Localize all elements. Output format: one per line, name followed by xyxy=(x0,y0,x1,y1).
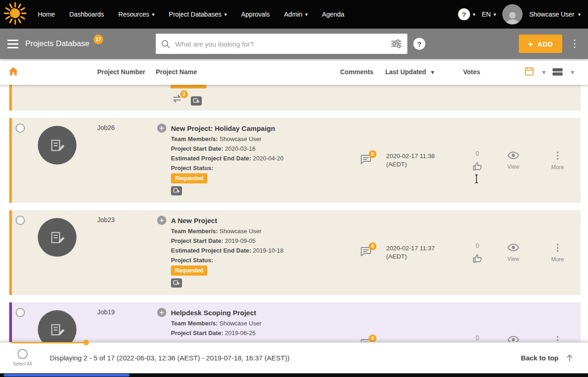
table-row-partial: 2 xyxy=(9,85,581,111)
more-action[interactable]: ⋮ More xyxy=(535,302,581,342)
table-row: Job26 + New Project: Holiday Campaign Te… xyxy=(9,118,581,203)
project-number: Job26 xyxy=(86,118,156,203)
view-action[interactable]: View xyxy=(492,210,535,295)
comments-icon[interactable]: 0 xyxy=(360,338,372,342)
expand-plus-icon[interactable]: + xyxy=(157,308,166,317)
field-value: 2020-03-16 xyxy=(225,145,256,152)
nav-item-project-databases[interactable]: Project Databases▾ xyxy=(169,11,227,18)
select-all[interactable]: Select All xyxy=(13,349,32,366)
page-toolbar: Projects Database 17 ? + ADD ⋮ xyxy=(0,29,588,59)
chevron-down-icon: ▾ xyxy=(152,12,155,17)
expand-plus-icon[interactable]: + xyxy=(157,124,166,133)
field-label: Project Start Date: xyxy=(171,237,223,244)
field-label: Project Status: xyxy=(171,165,213,171)
col-project-name: Project Name xyxy=(156,68,197,76)
chevron-down-icon[interactable]: ▾ xyxy=(542,69,546,75)
eye-icon xyxy=(507,151,519,159)
field-value: Showcase User xyxy=(219,320,261,327)
votes-count: 0 xyxy=(476,150,479,157)
comments-icon[interactable]: 0 xyxy=(360,154,372,167)
project-name[interactable]: New Project: Holiday Campaign xyxy=(171,124,275,132)
search-box xyxy=(156,34,407,54)
calendar-view-icon[interactable] xyxy=(524,66,534,77)
project-avatar xyxy=(38,310,76,342)
project-name[interactable]: Helpdesk Scoping Project xyxy=(171,309,256,317)
project-name[interactable]: A New Project xyxy=(171,217,217,224)
main-menu: Home Dashboards Resources▾ Project Datab… xyxy=(38,11,344,18)
top-navbar: Home Dashboards Resources▾ Project Datab… xyxy=(0,0,588,29)
expand-plus-icon[interactable]: + xyxy=(157,216,166,225)
footer: Select All Displaying 2 - 5 of 17 (2022-… xyxy=(0,342,588,373)
row-checkbox[interactable] xyxy=(16,308,25,317)
add-button[interactable]: + ADD xyxy=(519,35,562,53)
field-label: Project Status: xyxy=(171,257,213,264)
status-badge: Requested xyxy=(171,173,207,183)
field-label: Team Member/s: xyxy=(171,228,218,235)
bottom-scrollbar-thumb[interactable] xyxy=(4,374,129,377)
help-icon: ? xyxy=(458,8,470,20)
view-action[interactable]: View xyxy=(492,302,535,342)
field-value: 2019-10-18 xyxy=(253,247,284,254)
toolbar-more-icon[interactable]: ⋮ xyxy=(567,37,582,51)
field-label: Team Member/s: xyxy=(171,135,218,142)
view-action[interactable]: View xyxy=(492,118,535,203)
kebab-icon: ⋮ xyxy=(553,151,562,160)
help-button[interactable]: ? xyxy=(413,38,425,50)
kebab-icon: ⋮ xyxy=(553,335,562,342)
row-checkbox[interactable] xyxy=(16,124,25,133)
table-row-highlighted: Job19 + Helpdesk Scoping Project Team Me… xyxy=(9,302,581,342)
user-menu[interactable]: Showcase User ▾ xyxy=(529,11,581,18)
app-logo[interactable] xyxy=(0,0,30,29)
language-selector[interactable]: EN ▾ xyxy=(482,11,496,18)
comments-count-badge: 0 xyxy=(369,335,376,342)
col-last-updated[interactable]: Last Updated▼ xyxy=(385,68,435,76)
nav-item-resources[interactable]: Resources▾ xyxy=(118,11,154,18)
field-label: Team Member/s: xyxy=(171,320,218,327)
user-avatar[interactable] xyxy=(502,4,523,24)
page-title: Projects Database xyxy=(25,39,89,48)
chevron-down-icon: ▾ xyxy=(224,12,227,17)
status-badge: Requested xyxy=(171,265,207,276)
home-icon[interactable] xyxy=(8,67,18,77)
status-badge-clipped xyxy=(171,85,206,88)
hamburger-menu-icon[interactable] xyxy=(7,40,18,48)
nav-item-dashboards[interactable]: Dashboards xyxy=(69,11,104,18)
nav-item-approvals[interactable]: Approvals xyxy=(241,11,270,18)
eye-icon xyxy=(507,336,519,342)
pagination-status: Displaying 2 - 5 of 17 (2022-06-03, 12:3… xyxy=(50,354,289,362)
select-all-checkbox[interactable] xyxy=(18,349,28,359)
field-value: Showcase User xyxy=(219,228,261,235)
search-input[interactable] xyxy=(174,40,387,48)
more-action[interactable]: ⋮ More xyxy=(535,210,581,295)
advanced-filter-icon[interactable] xyxy=(391,39,402,48)
comments-icon[interactable]: 0 xyxy=(360,246,372,259)
nav-item-home[interactable]: Home xyxy=(38,11,55,18)
row-checkbox[interactable] xyxy=(16,216,25,225)
field-value: 2019-06-25 xyxy=(225,330,256,336)
kebab-icon: ⋮ xyxy=(553,243,562,252)
thumbs-up-icon[interactable] xyxy=(472,161,482,171)
back-to-top[interactable]: Back to top xyxy=(521,353,574,362)
sort-desc-icon: ▼ xyxy=(430,69,435,76)
copy-icon xyxy=(191,96,202,106)
eye-icon xyxy=(507,243,519,252)
record-count-badge: 17 xyxy=(94,35,103,44)
project-list: 2 xyxy=(0,85,588,342)
col-comments: Comments xyxy=(340,68,373,76)
list-view-icon[interactable] xyxy=(553,68,563,76)
nav-item-agenda[interactable]: Agenda xyxy=(322,11,344,18)
table-row: Job23 + A New Project Team Member/s: Sho… xyxy=(9,210,581,295)
copy-icon xyxy=(171,186,182,195)
thumbs-up-icon[interactable] xyxy=(472,253,482,264)
table-header: Project Number Project Name Comments Las… xyxy=(0,59,588,85)
last-updated: 2020-02-17 11:37(AEDT) xyxy=(385,210,463,295)
chevron-down-icon[interactable]: ▾ xyxy=(571,69,574,75)
plus-icon: + xyxy=(528,40,534,48)
help-menu[interactable]: ? ▾ xyxy=(458,8,476,20)
scrollbar-handle[interactable] xyxy=(83,340,89,345)
nav-item-admin[interactable]: Admin▾ xyxy=(284,11,308,18)
field-label: Project Start Date: xyxy=(171,330,223,336)
col-votes: Votes xyxy=(463,68,480,76)
project-avatar-icon xyxy=(47,135,67,155)
more-action[interactable]: ⋮ More xyxy=(535,118,581,203)
